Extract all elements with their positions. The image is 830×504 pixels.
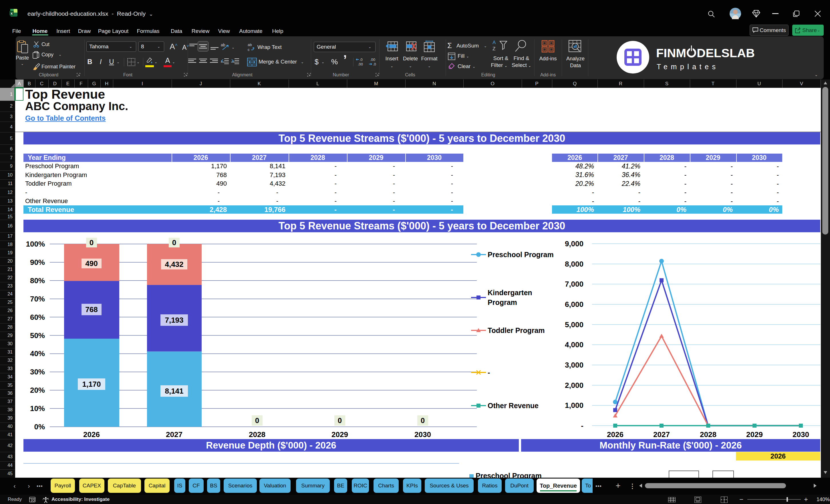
svg-text:8,000: 8,000 (565, 260, 583, 268)
svg-text:768: 768 (85, 305, 98, 314)
svg-text:0: 0 (255, 416, 259, 425)
svg-text:4,000: 4,000 (565, 340, 583, 349)
svg-text:2027: 2027 (653, 430, 670, 439)
svg-text:-: - (581, 421, 583, 430)
svg-text:90%: 90% (30, 258, 45, 266)
svg-text:Other Revenue: Other Revenue (488, 402, 539, 410)
svg-text:10%: 10% (30, 404, 45, 413)
svg-text:0: 0 (172, 238, 176, 247)
svg-text:2029: 2029 (331, 430, 348, 439)
svg-text:Toddler Program: Toddler Program (488, 326, 545, 335)
svg-text:0: 0 (338, 416, 342, 425)
svg-text:9,000: 9,000 (565, 240, 583, 248)
svg-text:7,193: 7,193 (165, 316, 183, 324)
svg-text:70%: 70% (30, 295, 45, 303)
svg-text:2026: 2026 (607, 430, 624, 439)
svg-text:1,000: 1,000 (565, 401, 583, 410)
svg-text:20%: 20% (30, 386, 45, 395)
svg-text:2030: 2030 (793, 430, 809, 439)
svg-text:30%: 30% (30, 368, 45, 376)
svg-text:100%: 100% (26, 240, 45, 248)
svg-text:Kindergarten: Kindergarten (488, 289, 532, 296)
svg-text:2027: 2027 (166, 430, 183, 439)
svg-text:8,141: 8,141 (165, 387, 183, 395)
svg-text:0: 0 (421, 416, 425, 425)
svg-text:3,000: 3,000 (565, 361, 583, 369)
svg-text:1,170: 1,170 (82, 380, 101, 388)
svg-text:2026: 2026 (83, 430, 100, 439)
svg-text:0: 0 (90, 238, 94, 247)
svg-text:2028: 2028 (249, 430, 265, 439)
svg-text:490: 490 (85, 259, 98, 268)
svg-text:50%: 50% (30, 331, 45, 340)
svg-text:-: - (488, 369, 490, 376)
svg-text:0%: 0% (34, 422, 45, 431)
svg-text:60%: 60% (30, 313, 45, 321)
svg-text:7,000: 7,000 (565, 280, 583, 288)
svg-text:6,000: 6,000 (565, 300, 583, 309)
svg-text:80%: 80% (30, 276, 45, 285)
svg-text:2030: 2030 (414, 430, 431, 439)
svg-text:Program: Program (488, 298, 517, 306)
svg-text:Preschool Program: Preschool Program (488, 251, 554, 259)
svg-text:40%: 40% (30, 349, 45, 358)
svg-text:2,000: 2,000 (565, 381, 583, 389)
svg-text:2029: 2029 (746, 430, 763, 439)
svg-text:4,432: 4,432 (165, 260, 183, 269)
svg-text:5,000: 5,000 (565, 320, 583, 329)
svg-text:2028: 2028 (700, 430, 716, 439)
